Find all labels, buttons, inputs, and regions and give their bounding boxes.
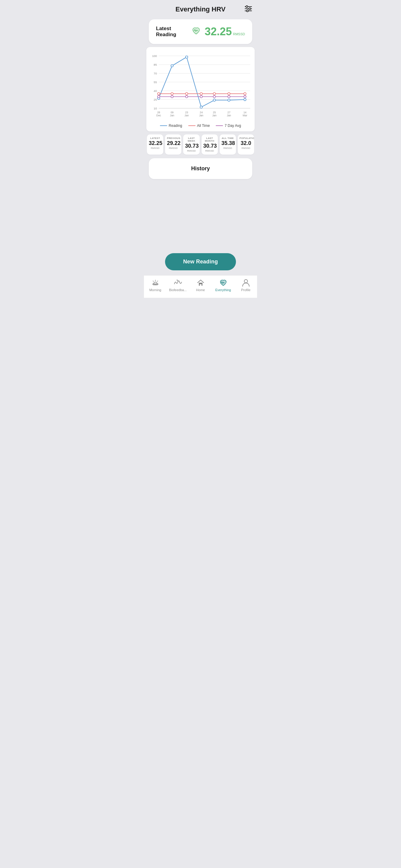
svg-point-1 <box>246 6 248 7</box>
svg-text:85: 85 <box>153 63 157 66</box>
svg-point-43 <box>171 93 173 95</box>
legend-7dayavg: 7 Day Avg <box>216 124 241 128</box>
svg-text:Jan: Jan <box>199 114 203 117</box>
svg-text:55: 55 <box>153 81 157 84</box>
chart-legend: Reading All Time 7 Day Avg <box>149 122 252 129</box>
svg-point-36 <box>171 64 173 67</box>
svg-text:28: 28 <box>157 111 160 114</box>
new-reading-button[interactable]: New Reading <box>165 253 236 270</box>
svg-point-51 <box>185 96 188 98</box>
svg-text:40: 40 <box>153 89 157 93</box>
svg-line-58 <box>153 281 153 281</box>
new-reading-wrap: New Reading <box>144 248 257 275</box>
svg-text:25: 25 <box>213 111 216 114</box>
svg-point-52 <box>200 96 202 98</box>
svg-text:27: 27 <box>228 111 231 114</box>
svg-rect-65 <box>200 284 202 286</box>
stat-all-time: ALL TIME 35.38 RMSSD <box>220 134 236 155</box>
svg-text:Jan: Jan <box>227 114 231 117</box>
chart-svg: 100 85 70 55 40 25 10 28 Dec 09 Jan 23 J… <box>149 51 252 121</box>
latest-reading-card: Latest Reading 32.25 RMSSD <box>149 19 252 44</box>
nav-item-profile[interactable]: Profile <box>234 278 257 292</box>
svg-point-47 <box>228 93 230 95</box>
svg-text:09: 09 <box>170 111 173 114</box>
nav-item-biofeedback[interactable]: Biofeedba... <box>167 278 189 292</box>
latest-reading-label: Latest Reading <box>156 26 188 38</box>
stat-previous: PREVIOUS 29.22 RMSSD <box>165 134 181 155</box>
legend-alltime: All Time <box>188 124 210 128</box>
svg-text:23: 23 <box>185 111 188 114</box>
svg-line-57 <box>157 281 158 281</box>
svg-point-45 <box>200 93 202 95</box>
latest-reading-unit: RMSSD <box>233 32 245 36</box>
hrv-chart: 100 85 70 55 40 25 10 28 Dec 09 Jan 23 J… <box>146 47 255 131</box>
nav-label-morning: Morning <box>149 288 162 292</box>
stat-population: POPULATION 32.0 RMSSD <box>238 134 254 155</box>
svg-point-3 <box>249 8 251 10</box>
history-button[interactable]: History <box>149 158 252 179</box>
stat-last-week: LAST WEEK 30.73 RMSSD <box>183 134 199 155</box>
svg-point-5 <box>247 10 248 12</box>
svg-point-46 <box>213 93 216 95</box>
nav-label-home: Home <box>196 288 205 292</box>
nav-label-everything: Everything <box>216 288 231 292</box>
svg-text:Jan: Jan <box>185 114 189 117</box>
svg-text:10: 10 <box>153 107 157 110</box>
bottom-nav: Morning Biofeedba... Home <box>144 275 257 298</box>
svg-text:25: 25 <box>153 98 157 101</box>
svg-text:70: 70 <box>153 72 157 75</box>
settings-button[interactable] <box>245 5 252 13</box>
stat-last-month: LAST MONTH 30.73 RMSSD <box>202 134 218 155</box>
svg-point-55 <box>244 96 246 98</box>
svg-text:Dec: Dec <box>156 114 161 117</box>
heart-pulse-icon <box>191 26 201 37</box>
header: Everything HRV <box>144 0 257 16</box>
latest-reading-value: 32.25 <box>205 25 232 38</box>
svg-point-38 <box>200 106 202 108</box>
svg-text:14: 14 <box>244 111 247 114</box>
svg-point-44 <box>185 93 188 95</box>
svg-point-49 <box>157 96 160 98</box>
svg-point-41 <box>244 98 246 101</box>
svg-text:Jan: Jan <box>212 114 216 117</box>
home-icon <box>196 278 205 287</box>
stats-row: LATEST 32.25 RMSSD PREVIOUS 29.22 RMSSD … <box>147 134 254 155</box>
svg-point-37 <box>185 56 188 58</box>
svg-point-42 <box>157 93 160 95</box>
sunrise-icon <box>151 278 160 287</box>
svg-text:100: 100 <box>152 54 157 58</box>
nav-label-profile: Profile <box>241 288 251 292</box>
svg-point-48 <box>244 93 246 95</box>
profile-icon <box>242 278 250 287</box>
nav-label-biofeedback: Biofeedba... <box>169 288 187 292</box>
svg-point-39 <box>213 99 216 101</box>
svg-point-40 <box>228 99 230 101</box>
svg-text:Jan: Jan <box>170 114 174 117</box>
heart-wave-icon <box>219 278 228 287</box>
stat-latest: LATEST 32.25 RMSSD <box>147 134 163 155</box>
biofeedback-icon <box>174 278 182 287</box>
legend-reading: Reading <box>160 124 182 128</box>
page-title: Everything HRV <box>176 5 226 13</box>
svg-point-50 <box>171 96 173 98</box>
nav-item-morning[interactable]: Morning <box>144 278 167 292</box>
svg-point-53 <box>213 96 216 98</box>
svg-text:24: 24 <box>200 111 203 114</box>
nav-item-everything[interactable]: Everything <box>212 278 234 292</box>
svg-point-54 <box>228 96 230 98</box>
svg-text:Mar: Mar <box>242 114 247 117</box>
svg-point-66 <box>244 279 248 283</box>
nav-item-home[interactable]: Home <box>189 278 212 292</box>
